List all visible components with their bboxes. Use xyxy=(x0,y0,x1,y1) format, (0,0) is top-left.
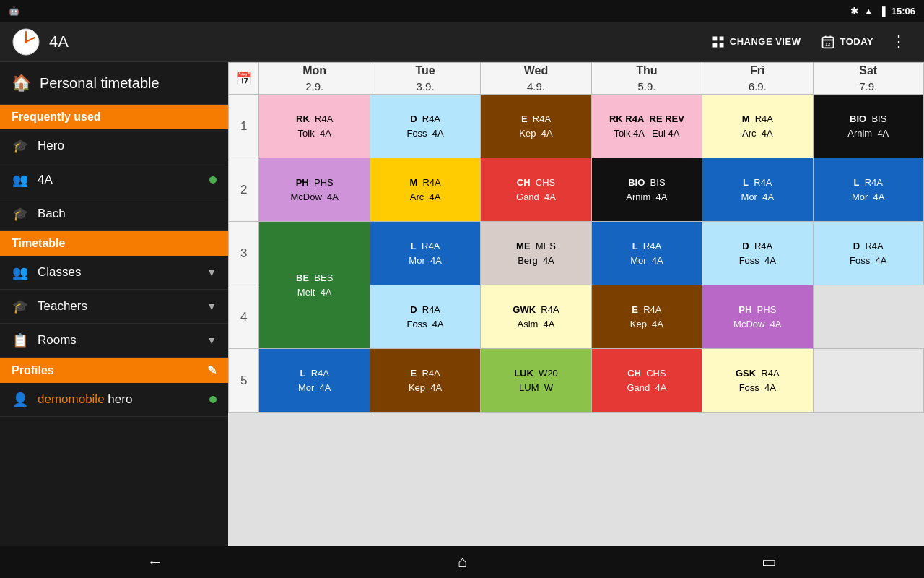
active-dot-profile xyxy=(209,396,217,403)
sidebar-label-teachers: Teachers xyxy=(38,299,198,314)
lesson-details: Mor 4A xyxy=(702,190,812,204)
lesson-details: Foss 4A xyxy=(370,317,480,332)
day-header-thu: Thu 5.9. xyxy=(591,63,702,95)
change-view-button[interactable]: CHANGE VIEW xyxy=(702,29,810,55)
android-icon: 🤖 xyxy=(9,6,19,16)
sidebar-item-rooms[interactable]: 📋 Rooms ▼ xyxy=(0,324,228,358)
lesson-details: Arc 4A xyxy=(370,190,480,204)
lesson-cell[interactable]: E R4AKep 4A xyxy=(370,349,480,413)
lesson-subject: CH CHS xyxy=(592,366,702,381)
day-header-wed: Wed 4.9. xyxy=(481,63,591,95)
lesson-subject: RK R4A xyxy=(259,112,369,126)
classes-icon: 👥 xyxy=(12,264,29,280)
main-content: 🏠 Personal timetable Frequently used 🎓 H… xyxy=(0,62,924,546)
table-row: 3BE BESMeit 4AL R4AMor 4AME MESBerg 4AL … xyxy=(229,222,924,285)
sidebar-label-demomobile: demomobile hero xyxy=(38,392,201,407)
lesson-cell[interactable]: D R4AFoss 4A xyxy=(370,95,480,158)
lesson-subject: CH CHS xyxy=(481,176,590,190)
status-bar: 🤖 ✱ ▲ ▐ 15:06 xyxy=(0,0,924,22)
chevron-down-icon-rooms: ▼ xyxy=(206,335,217,346)
lesson-subject: PH PHS xyxy=(702,303,812,317)
change-view-icon xyxy=(711,35,725,49)
timetable-area[interactable]: 📅 Mon 2.9. Tue 3.9. Wed 4.9. xyxy=(228,62,924,546)
lesson-details: McDow 4A xyxy=(259,190,369,204)
lesson-cell[interactable]: L R4AMor 4A xyxy=(591,222,702,285)
lesson-cell[interactable]: CH CHSGand 4A xyxy=(591,349,702,413)
lesson-subject: E R4A xyxy=(370,366,480,381)
recent-apps-button[interactable]: ▭ xyxy=(744,547,794,577)
lesson-cell[interactable]: L R4AMor 4A xyxy=(370,222,480,285)
day-header-sat: Sat 7.9. xyxy=(813,63,923,95)
lesson-details: LUM W xyxy=(481,381,590,395)
row-number-5: 5 xyxy=(229,349,259,413)
lesson-details: Mor 4A xyxy=(259,381,369,395)
svg-rect-3 xyxy=(719,36,723,40)
personal-timetable-item[interactable]: 🏠 Personal timetable xyxy=(0,62,228,105)
lesson-cell[interactable]: RK R4ATolk 4A xyxy=(259,95,370,158)
lesson-cell[interactable]: BIO BISArnim 4A xyxy=(591,158,702,222)
lesson-subject: BIO BIS xyxy=(814,112,923,126)
lesson-subject: D R4A xyxy=(370,112,480,126)
lesson-cell[interactable]: D R4AFoss 4A xyxy=(370,285,480,349)
lesson-cell[interactable]: D R4AFoss 4A xyxy=(813,222,923,285)
sidebar-item-teachers[interactable]: 🎓 Teachers ▼ xyxy=(0,290,228,324)
lesson-cell[interactable]: BIO BISArnim 4A xyxy=(813,95,923,158)
today-label: TODAY xyxy=(840,36,873,47)
lesson-cell[interactable]: GSK R4AFoss 4A xyxy=(702,349,813,413)
lesson-cell[interactable]: M R4AArc 4A xyxy=(370,158,480,222)
timetable-table: 📅 Mon 2.9. Tue 3.9. Wed 4.9. xyxy=(228,62,924,413)
lesson-cell[interactable]: M R4AArc 4A xyxy=(702,95,813,158)
wifi-icon: ▲ xyxy=(864,6,873,17)
corner-cell: 📅 xyxy=(229,63,259,95)
lesson-details: Kep 4A xyxy=(592,317,702,332)
lesson-cell[interactable]: ME MESBerg 4A xyxy=(481,222,591,285)
toolbar: 4A CHANGE VIEW 12 TODAY ⋮ xyxy=(0,22,924,62)
battery-icon: ▐ xyxy=(879,6,886,17)
lesson-subject: D R4A xyxy=(702,239,812,254)
group-icon-4a: 👥 xyxy=(12,172,29,188)
lesson-subject: E R4A xyxy=(592,303,702,317)
home-button[interactable]: ⌂ xyxy=(440,547,484,577)
day-header-mon: Mon 2.9. xyxy=(259,63,370,95)
sidebar-item-demomobile[interactable]: 👤 demomobile hero xyxy=(0,383,228,417)
lesson-cell[interactable]: LUK W20LUM W xyxy=(481,349,591,413)
calendar-icon: 📅 xyxy=(236,72,252,86)
lesson-details: Foss 4A xyxy=(702,254,812,268)
lesson-details: McDow 4A xyxy=(702,317,812,332)
lesson-cell[interactable]: RK R4A RE REVTolk 4A Eul 4A xyxy=(591,95,702,158)
lesson-cell[interactable]: L R4AMor 4A xyxy=(259,349,370,413)
day-header-tue: Tue 3.9. xyxy=(370,63,480,95)
back-button[interactable]: ← xyxy=(130,547,180,577)
lesson-cell[interactable]: BE BESMeit 4A xyxy=(259,222,370,349)
svg-point-1 xyxy=(25,40,27,43)
lesson-cell[interactable]: E R4AKep 4A xyxy=(591,285,702,349)
lesson-subject: PH PHS xyxy=(259,176,369,190)
lesson-cell[interactable]: L R4AMor 4A xyxy=(702,158,813,222)
lesson-cell[interactable]: PH PHSMcDow 4A xyxy=(259,158,370,222)
lesson-cell[interactable]: PH PHSMcDow 4A xyxy=(702,285,813,349)
lesson-cell[interactable]: D R4AFoss 4A xyxy=(702,222,813,285)
svg-rect-2 xyxy=(712,36,717,40)
lesson-cell[interactable]: GWK R4AAsim 4A xyxy=(481,285,591,349)
lesson-cell[interactable] xyxy=(813,349,923,413)
sidebar-item-4a[interactable]: 👥 4A xyxy=(0,163,228,197)
time-display: 15:06 xyxy=(892,6,915,17)
lesson-details: Mor 4A xyxy=(592,254,702,268)
toolbar-actions: CHANGE VIEW 12 TODAY ⋮ xyxy=(702,27,912,57)
lesson-details: Berg 4A xyxy=(481,254,590,268)
lesson-cell[interactable]: E R4AKep 4A xyxy=(481,95,591,158)
more-options-button[interactable]: ⋮ xyxy=(885,27,912,57)
sidebar-item-classes[interactable]: 👥 Classes ▼ xyxy=(0,256,228,290)
day-header-fri: Fri 6.9. xyxy=(702,63,813,95)
lesson-details: Gand 4A xyxy=(481,190,590,204)
lesson-details: Foss 4A xyxy=(370,126,480,141)
lesson-details: Kep 4A xyxy=(481,126,590,141)
today-button[interactable]: 12 TODAY xyxy=(812,29,882,55)
row-number-2: 2 xyxy=(229,158,259,222)
sidebar-item-hero[interactable]: 🎓 Hero xyxy=(0,129,228,163)
lesson-cell[interactable]: CH CHSGand 4A xyxy=(481,158,591,222)
sidebar-item-bach[interactable]: 🎓 Bach xyxy=(0,197,228,231)
lesson-cell[interactable]: L R4AMor 4A xyxy=(813,158,923,222)
svg-rect-4 xyxy=(712,43,717,47)
svg-text:12: 12 xyxy=(826,42,832,46)
